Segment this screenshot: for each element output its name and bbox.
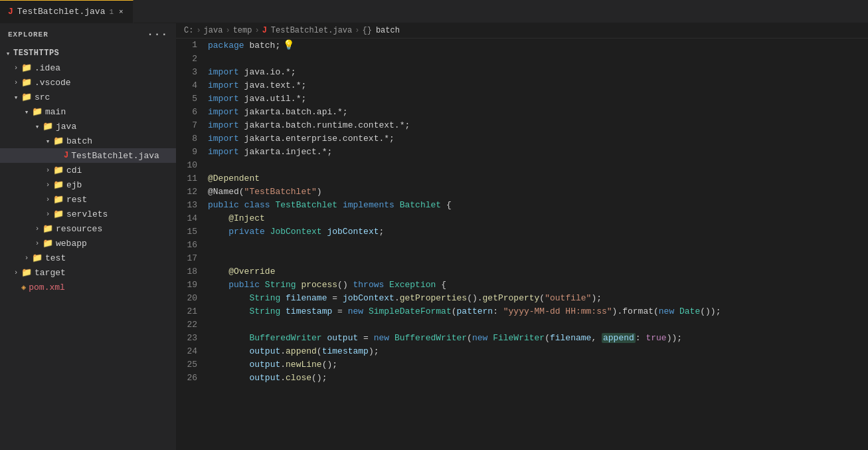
folder-icon: 📁: [43, 121, 53, 132]
sidebar-item-vscode[interactable]: › 📁 .vscode: [0, 75, 176, 90]
breadcrumb: C: › java › temp › J TestBatchlet.java ›…: [176, 23, 868, 39]
folder-icon: 📁: [43, 223, 53, 234]
java-tab-icon: J: [8, 7, 13, 17]
sidebar-item-webapp[interactable]: › 📁 webapp: [0, 236, 176, 251]
braces-icon: {}: [362, 26, 371, 35]
code-line: 9 import jakarta.inject.*;: [176, 146, 868, 159]
folder-icon: 📁: [53, 209, 64, 219]
sidebar-item-label: java: [56, 122, 76, 132]
editor-area: C: › java › temp › J TestBatchlet.java ›…: [176, 23, 868, 450]
chevron-right-icon: ›: [43, 181, 53, 189]
sidebar-item-label: webapp: [56, 239, 87, 249]
tab-modified: 1: [109, 8, 114, 16]
sidebar-item-label: src: [35, 92, 50, 102]
code-line: 20 String filename = jobContext.getPrope…: [176, 292, 868, 305]
sidebar-item-label: ejb: [66, 180, 82, 190]
breadcrumb-batch: batch: [376, 26, 400, 35]
folder-icon: 📁: [21, 92, 32, 102]
sidebar-item-batch[interactable]: ▾ 📁 batch: [0, 134, 176, 148]
folder-icon: 📁: [21, 267, 32, 278]
sidebar-item-label: .idea: [35, 63, 60, 73]
folder-icon: 📁: [32, 106, 43, 117]
folder-icon: 📁: [53, 136, 64, 146]
chevron-down-icon: ▾: [21, 108, 32, 116]
code-line: 13 public class TestBatchlet implements …: [176, 199, 868, 212]
close-tab-button[interactable]: ×: [118, 7, 125, 17]
code-line: 6 import jakarta.batch.api.*;: [176, 106, 868, 119]
sidebar-item-pom[interactable]: ◈ pom.xml: [0, 280, 176, 294]
code-line: 8 import jakarta.enterprise.context.*;: [176, 132, 868, 146]
chevron-right-icon: ›: [43, 210, 53, 218]
sidebar-item-testbatchlet[interactable]: J TestBatchlet.java: [0, 148, 176, 163]
sidebar: EXPLORER ··· ▾ TESTHTTPS › 📁 .idea › 📁 .…: [0, 23, 176, 450]
code-line: 16: [176, 239, 868, 252]
sidebar-item-main[interactable]: ▾ 📁 main: [0, 104, 176, 119]
folder-icon: 📁: [53, 179, 64, 190]
tab-bar: J TestBatchlet.java 1 ×: [0, 0, 868, 23]
folder-icon: 📁: [43, 238, 53, 249]
code-line: 26 output.close();: [176, 372, 868, 385]
code-line: 2: [176, 53, 868, 66]
code-line: 23 BufferedWriter output = new BufferedW…: [176, 332, 868, 345]
chevron-right-icon: ›: [32, 225, 43, 233]
rss-icon: ◈: [21, 282, 26, 292]
code-line: 17: [176, 252, 868, 265]
tab-testbatchlet[interactable]: J TestBatchlet.java 1 ×: [0, 0, 133, 23]
breadcrumb-c: C:: [184, 26, 193, 35]
sidebar-item-label: rest: [66, 195, 87, 205]
sidebar-item-label: pom.xml: [29, 282, 65, 292]
sidebar-item-target[interactable]: › 📁 target: [0, 265, 176, 280]
code-line: 25 output.newLine();: [176, 358, 868, 372]
sidebar-item-resources[interactable]: › 📁 resources: [0, 221, 176, 236]
sidebar-item-ejb[interactable]: › 📁 ejb: [0, 177, 176, 192]
code-line: 3 import java.io.*;: [176, 66, 868, 79]
java-file-icon: J: [64, 151, 68, 160]
code-line: 21 String timestamp = new SimpleDateForm…: [176, 305, 868, 318]
sidebar-item-servlets[interactable]: › 📁 servlets: [0, 207, 176, 221]
chevron-right-icon: ›: [32, 239, 43, 247]
code-line: 24 output.append(timestamp);: [176, 345, 868, 358]
code-line: 14 @Inject: [176, 212, 868, 225]
sidebar-item-idea[interactable]: › 📁 .idea: [0, 60, 176, 75]
chevron-right-icon: ›: [43, 166, 53, 174]
sidebar-item-src[interactable]: ▾ 📁 src: [0, 90, 176, 104]
code-line: 7 import jakarta.batch.runtime.context.*…: [176, 119, 868, 132]
sidebar-item-test[interactable]: › 📁 test: [0, 251, 176, 265]
chevron-down-icon: ▾: [32, 122, 43, 131]
chevron-right-icon: ›: [11, 78, 21, 86]
sidebar-item-cdi[interactable]: › 📁 cdi: [0, 163, 176, 177]
code-editor[interactable]: 1 package batch;💡 2 3 import java.io.*; …: [176, 39, 868, 450]
chevron-down-icon: ▾: [43, 137, 53, 146]
breadcrumb-java: java: [204, 26, 223, 35]
folder-icon: 📁: [21, 62, 32, 73]
sidebar-item-label: target: [35, 268, 66, 278]
chevron-right-icon: ›: [21, 254, 32, 262]
sidebar-item-rest[interactable]: › 📁 rest: [0, 192, 176, 207]
chevron-right-icon: ›: [11, 269, 21, 277]
folder-icon: 📁: [32, 253, 43, 263]
folder-icon: 📁: [21, 77, 32, 88]
sidebar-item-label: cdi: [66, 166, 82, 175]
sidebar-item-label: .vscode: [35, 78, 71, 88]
code-line: 22: [176, 318, 868, 332]
code-line: 11 @Dependent: [176, 172, 868, 185]
folder-icon: 📁: [53, 165, 64, 175]
java-crumb-icon: J: [262, 26, 267, 35]
sidebar-item-label: servlets: [66, 209, 108, 219]
chevron-down-icon: ▾: [11, 93, 21, 102]
chevron-right-icon: ›: [11, 64, 21, 72]
sidebar-item-label: main: [45, 107, 66, 117]
code-line: 15 private JobContext jobContext;: [176, 225, 868, 239]
sidebar-title: EXPLORER: [8, 31, 48, 39]
code-line: 19 public String process() throws Except…: [176, 279, 868, 292]
folder-icon: 📁: [53, 194, 64, 205]
code-line: 18 @Override: [176, 265, 868, 279]
code-line: 5 import java.util.*;: [176, 92, 868, 106]
sidebar-header: EXPLORER ···: [0, 23, 176, 46]
sidebar-item-label: test: [45, 253, 66, 263]
root-label: TESTHTTPS: [13, 49, 59, 58]
code-line: 4 import java.text.*;: [176, 79, 868, 92]
sidebar-more-icon[interactable]: ···: [147, 29, 168, 41]
sidebar-item-root[interactable]: ▾ TESTHTTPS: [0, 46, 176, 60]
sidebar-item-java[interactable]: ▾ 📁 java: [0, 119, 176, 134]
